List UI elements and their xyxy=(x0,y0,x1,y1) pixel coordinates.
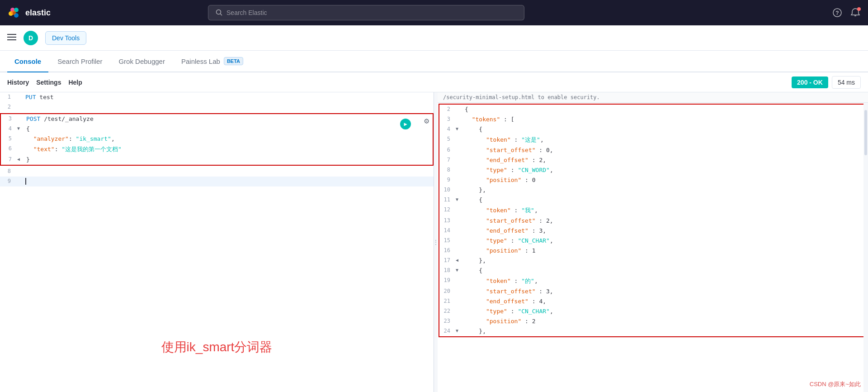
resp-line-4: 4 ▼ { xyxy=(439,124,863,134)
resp-line-18: 18 ▼ { xyxy=(439,266,863,276)
resp-line-16: 16 "position" : 1 xyxy=(439,246,863,256)
search-bar[interactable]: Search Elastic xyxy=(208,5,524,20)
code-line-4: 4 ▼ { xyxy=(1,124,433,134)
run-button[interactable]: ▶ xyxy=(400,119,411,129)
response-panel: /security-minimal-setup.html to enable s… xyxy=(438,92,868,392)
resp-line-2: 2 { xyxy=(439,105,863,115)
code-line-1: 1 PUT test xyxy=(0,92,434,102)
nav-icons: ? xyxy=(832,7,861,18)
elastic-logo-text: elastic xyxy=(25,8,51,18)
help-icon[interactable]: ? xyxy=(832,7,843,18)
resp-line-6: 6 "start_offset" : 0, xyxy=(439,145,863,155)
editor-panel: 1 PUT test 2 ▶ ⚙ 3 xyxy=(0,92,434,392)
elastic-logo: elastic xyxy=(7,5,51,20)
code-line-6: 6 "text": "这是我的第一个文档" xyxy=(1,144,433,155)
code-line-2: 2 xyxy=(0,102,434,112)
tab-painless-lab[interactable]: Painless Lab BETA xyxy=(174,51,250,72)
resp-line-21: 21 "end_offset" : 4, xyxy=(439,296,863,306)
csdn-watermark: CSDN @原来~如此 xyxy=(810,380,861,388)
main-content: 1 PUT test 2 ▶ ⚙ 3 xyxy=(0,92,868,392)
resp-line-12: 12 "token" : "我", xyxy=(439,205,863,216)
resp-line-13: 13 "start_offset" : 2, xyxy=(439,216,863,226)
toolbar: History Settings Help 200 - OK 54 ms xyxy=(0,72,868,92)
resp-line-3: 3 "tokens" : [ xyxy=(439,115,863,124)
resp-line-23: 23 "position" : 2 xyxy=(439,316,863,326)
resp-line-15: 15 "type" : "CN_CHAR", xyxy=(439,236,863,246)
settings-icon[interactable]: ⚙ xyxy=(424,116,429,125)
resp-line-9: 9 "position" : 0 xyxy=(439,175,863,185)
resp-line-19: 19 "token" : "的", xyxy=(439,276,863,287)
tab-search-profiler[interactable]: Search Profiler xyxy=(50,51,109,72)
svg-line-6 xyxy=(221,14,222,16)
svg-text:?: ? xyxy=(835,10,839,16)
resp-line-11: 11 ▼ { xyxy=(439,195,863,205)
settings-button[interactable]: Settings xyxy=(36,79,61,86)
search-placeholder: Search Elastic xyxy=(226,9,267,16)
tab-console[interactable]: Console xyxy=(7,51,48,72)
svg-point-5 xyxy=(217,10,221,14)
tab-bar: Console Search Profiler Grok Debugger Pa… xyxy=(0,51,868,72)
scrollbar-thumb[interactable] xyxy=(864,110,867,155)
resp-line-10: 10 }, xyxy=(439,185,863,195)
resp-line-24: 24 ▼ }, xyxy=(439,326,863,336)
sub-nav: D Dev Tools xyxy=(0,25,868,51)
code-line-3: 3 POST /test/_analyze xyxy=(1,114,433,124)
beta-badge: BETA xyxy=(224,57,243,65)
elastic-logo-icon xyxy=(7,5,22,20)
panel-divider[interactable]: ⋮ xyxy=(434,92,438,392)
code-line-9: 9 xyxy=(0,177,434,186)
top-nav: elastic Search Elastic ? xyxy=(0,0,868,25)
response-block: 2 { 3 "tokens" : [ 4 ▼ { xyxy=(439,104,864,337)
user-avatar[interactable]: D xyxy=(24,31,38,45)
resp-line-8: 8 "type" : "CN_WORD", xyxy=(439,165,863,175)
resp-line-17: 17 ◀ }, xyxy=(439,256,863,266)
request-block: ▶ ⚙ 3 POST /test/_analyze 4 ▼ { 5 xyxy=(0,113,434,166)
hamburger-menu[interactable] xyxy=(7,33,16,43)
notification-icon[interactable] xyxy=(850,7,861,18)
response-body[interactable]: 2 { 3 "tokens" : [ 4 ▼ { xyxy=(438,103,868,392)
help-button[interactable]: Help xyxy=(68,79,82,86)
resp-line-7: 7 "end_offset" : 2, xyxy=(439,155,863,165)
code-line-8: 8 xyxy=(0,167,434,177)
code-line-5: 5 "analyzer": "ik_smart", xyxy=(1,134,433,144)
resp-line-22: 22 "type" : "CN_CHAR", xyxy=(439,306,863,316)
status-badge: 200 - OK xyxy=(792,76,828,88)
history-button[interactable]: History xyxy=(7,79,29,86)
notification-dot xyxy=(857,7,861,11)
svg-point-4 xyxy=(11,10,16,15)
code-line-7: 7 ◀ } xyxy=(1,155,433,165)
search-bar-container: Search Elastic xyxy=(208,5,524,20)
search-icon xyxy=(216,9,223,16)
resp-line-5: 5 "token" : "这是", xyxy=(439,134,863,145)
dev-tools-button[interactable]: Dev Tools xyxy=(45,31,86,45)
time-badge: 54 ms xyxy=(832,76,861,89)
resp-line-14: 14 "end_offset" : 3, xyxy=(439,226,863,236)
response-header: /security-minimal-setup.html to enable s… xyxy=(438,92,868,103)
resp-line-20: 20 "start_offset" : 3, xyxy=(439,287,863,296)
editor-area[interactable]: 1 PUT test 2 ▶ ⚙ 3 xyxy=(0,92,434,392)
scrollbar[interactable] xyxy=(863,103,868,392)
tab-grok-debugger[interactable]: Grok Debugger xyxy=(111,51,172,72)
